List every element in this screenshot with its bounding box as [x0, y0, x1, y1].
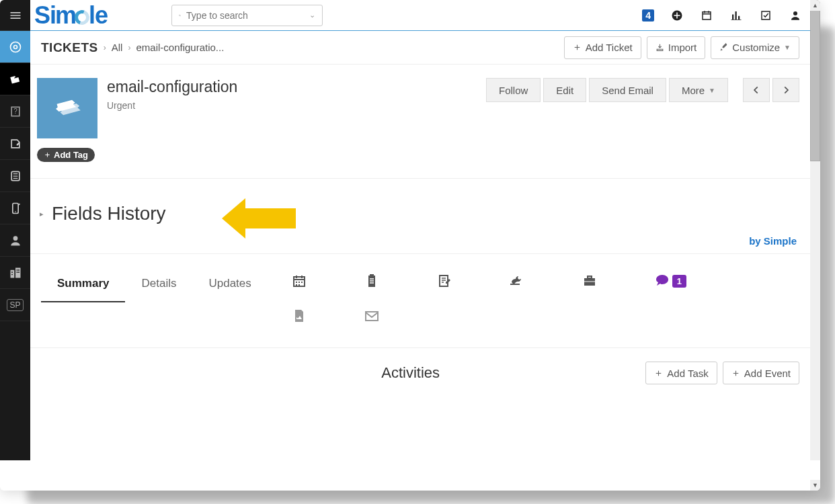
- add-tag-button[interactable]: Add Tag: [37, 148, 95, 162]
- import-label: Import: [668, 42, 697, 53]
- tab-email-icon[interactable]: [363, 308, 436, 324]
- customize-button[interactable]: Customize▼: [711, 36, 799, 59]
- breadcrumb-sep: ›: [104, 43, 106, 52]
- svg-point-8: [15, 211, 16, 212]
- quick-add-icon[interactable]: [670, 9, 684, 22]
- send-email-button[interactable]: Send Email: [589, 78, 666, 102]
- prev-record-button[interactable]: [743, 78, 770, 102]
- activities-title: Activities: [175, 364, 645, 382]
- comments-count-badge: 1: [672, 275, 686, 288]
- user-icon[interactable]: [789, 9, 802, 22]
- calendar-icon[interactable]: [700, 9, 713, 22]
- record-actions: Follow Edit Send Email More▼: [486, 78, 799, 102]
- breadcrumb-record[interactable]: email-configuratio...: [136, 42, 224, 53]
- breadcrumb-bar: TICKETS › All › email-configuratio... Ad…: [30, 31, 810, 65]
- reports-icon[interactable]: [729, 9, 743, 22]
- tab-updates[interactable]: Updates: [192, 273, 267, 302]
- svg-point-3: [13, 45, 17, 48]
- search-chevron-icon[interactable]: ⌄: [309, 11, 315, 19]
- record-priority: Urgent: [107, 100, 486, 111]
- more-label: More: [682, 85, 705, 96]
- breadcrumb-filter[interactable]: All: [112, 42, 123, 53]
- breadcrumb-sep: ›: [128, 43, 130, 52]
- logo-spinner-icon: [72, 7, 91, 27]
- add-event-label: Add Event: [744, 368, 791, 379]
- logo[interactable]: Simle: [30, 1, 108, 30]
- next-record-button[interactable]: [772, 78, 799, 102]
- add-event-button[interactable]: Add Event: [723, 362, 799, 384]
- svg-point-2: [10, 42, 20, 52]
- tab-service-icon[interactable]: [508, 273, 581, 289]
- search-box[interactable]: ⌄: [171, 5, 323, 26]
- svg-text:?: ?: [13, 108, 17, 115]
- tab-document-icon[interactable]: [290, 308, 363, 324]
- menu-toggle[interactable]: [0, 0, 30, 31]
- search-icon: [179, 11, 181, 20]
- sidebar-item-phone[interactable]: [0, 192, 30, 224]
- fields-history-section: ▸ Fields History by Simple: [30, 179, 810, 254]
- fields-history-title: Fields History: [52, 203, 166, 224]
- sidebar-item-contacts[interactable]: [0, 224, 30, 257]
- tasks-icon[interactable]: [759, 9, 772, 22]
- tab-details[interactable]: Details: [125, 273, 192, 302]
- callout-arrow-icon: [222, 195, 296, 242]
- sidebar-item-compose[interactable]: [0, 128, 30, 160]
- sidebar: ? SP: [0, 0, 30, 460]
- add-tag-label: Add Tag: [54, 150, 88, 160]
- add-task-button[interactable]: Add Task: [645, 362, 717, 384]
- scrollbar-up-button[interactable]: ▲: [810, 0, 820, 11]
- sidebar-item-sp[interactable]: SP: [0, 289, 30, 321]
- scrollbar-down-button[interactable]: ▼: [810, 480, 820, 491]
- sidebar-item-organizations[interactable]: [0, 257, 30, 289]
- sidebar-item-knowledge[interactable]: ?: [0, 95, 30, 128]
- tab-briefcase-icon[interactable]: [581, 273, 653, 289]
- add-ticket-button[interactable]: Add Ticket: [564, 36, 641, 59]
- top-icons: 4: [642, 9, 806, 22]
- breadcrumb-module[interactable]: TICKETS: [41, 40, 98, 55]
- ticket-icon: [54, 95, 81, 122]
- follow-button[interactable]: Follow: [486, 78, 541, 102]
- import-button[interactable]: Import: [647, 36, 706, 59]
- sidebar-item-server[interactable]: [0, 160, 30, 192]
- add-task-label: Add Task: [667, 368, 708, 379]
- activities-section: Activities Add Task Add Event: [30, 348, 810, 398]
- add-ticket-label: Add Ticket: [586, 42, 633, 53]
- record-icon-tile: [37, 78, 97, 138]
- fields-history-toggle[interactable]: ▸: [40, 210, 44, 218]
- tab-calendar-icon[interactable]: [290, 273, 363, 289]
- more-button[interactable]: More▼: [669, 78, 728, 102]
- sidebar-item-tickets[interactable]: [0, 63, 30, 95]
- tabs-section: Summary Details Updates 1: [30, 254, 810, 348]
- search-input[interactable]: [186, 10, 304, 21]
- by-simple-link[interactable]: by Simple: [749, 235, 797, 247]
- record-header: email-configuration Urgent Follow Edit S…: [30, 65, 810, 179]
- record-title: email-configuration: [107, 78, 486, 96]
- tab-summary[interactable]: Summary: [41, 273, 125, 302]
- top-header: Simle ⌄ 4: [30, 0, 810, 31]
- svg-point-1: [793, 11, 797, 15]
- scrollbar-thumb[interactable]: [810, 0, 820, 161]
- tab-clipboard-icon[interactable]: [363, 273, 436, 289]
- tab-edit-note-icon[interactable]: [436, 273, 508, 289]
- sidebar-item-dashboard[interactable]: [0, 31, 30, 63]
- edit-button[interactable]: Edit: [543, 78, 586, 102]
- tab-comments-icon[interactable]: 1: [653, 273, 726, 289]
- svg-point-9: [13, 236, 17, 241]
- customize-label: Customize: [732, 42, 780, 53]
- notification-badge[interactable]: 4: [642, 9, 654, 22]
